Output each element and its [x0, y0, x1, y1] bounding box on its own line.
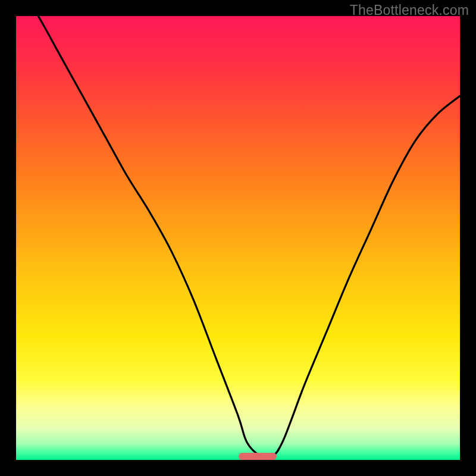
optimal-range-marker [239, 453, 277, 460]
chart-canvas: TheBottleneck.com [0, 0, 476, 476]
curve-layer [16, 16, 460, 460]
watermark-text: TheBottleneck.com [350, 2, 469, 18]
plot-area [16, 16, 460, 460]
bottleneck-curve-line [16, 16, 460, 457]
